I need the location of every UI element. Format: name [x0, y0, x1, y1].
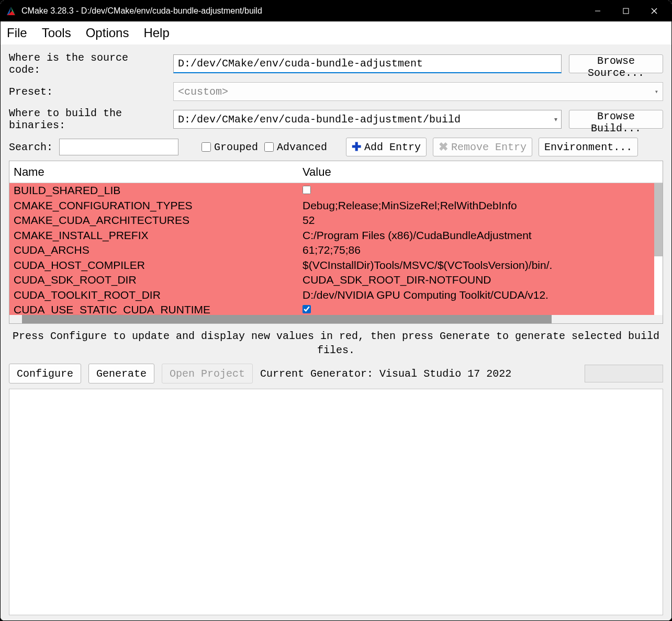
source-path-input[interactable]	[173, 54, 562, 73]
cache-variables-table: Name Value BUILD_SHARED_LIBCMAKE_CONFIGU…	[9, 161, 663, 324]
cache-entry-name: CMAKE_CUDA_ARCHITECTURES	[9, 214, 300, 227]
column-header-name[interactable]: Name	[9, 165, 300, 179]
open-project-button[interactable]: Open Project	[162, 364, 253, 383]
menu-file[interactable]: File	[7, 26, 27, 40]
environment-button[interactable]: Environment...	[539, 138, 638, 156]
menu-help[interactable]: Help	[143, 26, 169, 40]
window-title: CMake 3.28.3 - D:/dev/CMake/env/cuda-bun…	[21, 6, 584, 16]
cache-row[interactable]: CUDA_HOST_COMPILER$(VCInstallDir)Tools/M…	[9, 258, 654, 273]
cache-entry-value[interactable]: C:/Program Files (x86)/CudaBundleAdjustm…	[300, 229, 654, 242]
cache-row[interactable]: CUDA_ARCHS61;72;75;86	[9, 243, 654, 258]
cache-row[interactable]: CMAKE_CUDA_ARCHITECTURES52	[9, 213, 654, 228]
output-log[interactable]	[9, 389, 663, 615]
source-label: Where is the source code:	[9, 52, 166, 76]
cache-entry-value[interactable]: 61;72;75;86	[300, 244, 654, 256]
generate-button[interactable]: Generate	[88, 364, 154, 383]
cmake-icon	[6, 6, 16, 16]
menubar: File Tools Options Help	[1, 21, 671, 44]
advanced-check-input[interactable]	[264, 142, 274, 152]
cache-row[interactable]: CUDA_USE_STATIC_CUDA_RUNTIME	[9, 302, 654, 315]
x-icon: ✖	[439, 140, 448, 154]
minimize-button[interactable]	[584, 1, 612, 21]
horizontal-scrollbar-track[interactable]	[9, 315, 663, 323]
browse-source-button[interactable]: Browse Source...	[569, 54, 663, 73]
cache-entry-value[interactable]: Debug;Release;MinSizeRel;RelWithDebInfo	[300, 199, 654, 212]
cache-entry-value[interactable]: $(VCInstallDir)Tools/MSVC/$(VCToolsVersi…	[300, 259, 654, 272]
preset-value: <custom>	[178, 86, 228, 98]
grouped-checkbox[interactable]: Grouped	[201, 141, 258, 153]
app-window: CMake 3.28.3 - D:/dev/CMake/env/cuda-bun…	[0, 0, 672, 621]
cache-row[interactable]: CMAKE_INSTALL_PREFIXC:/Program Files (x8…	[9, 228, 654, 243]
titlebar[interactable]: CMake 3.28.3 - D:/dev/CMake/env/cuda-bun…	[1, 1, 671, 21]
cache-entry-name: BUILD_SHARED_LIB	[9, 184, 300, 197]
cache-row[interactable]: CUDA_TOOLKIT_ROOT_DIRD:/dev/NVIDIA GPU C…	[9, 288, 654, 303]
horizontal-scrollbar-thumb[interactable]	[22, 315, 552, 323]
build-path-input[interactable]	[173, 110, 562, 129]
cache-entry-name: CUDA_TOOLKIT_ROOT_DIR	[9, 289, 300, 301]
cache-entry-name: CUDA_USE_STATIC_CUDA_RUNTIME	[9, 303, 300, 315]
content-area: Where is the source code: Browse Source.…	[1, 44, 671, 620]
cache-entry-value[interactable]: D:/dev/NVIDIA GPU Computing Toolkit/CUDA…	[300, 289, 654, 301]
cache-header: Name Value	[9, 161, 663, 183]
column-header-value[interactable]: Value	[300, 165, 663, 179]
grouped-label: Grouped	[214, 141, 258, 153]
cache-entry-name: CMAKE_CONFIGURATION_TYPES	[9, 199, 300, 212]
progress-bar	[585, 365, 663, 382]
cache-row[interactable]: CUDA_SDK_ROOT_DIRCUDA_SDK_ROOT_DIR-NOTFO…	[9, 273, 654, 288]
cache-entry-checkbox[interactable]	[303, 305, 311, 313]
build-label: Where to build the binaries:	[9, 107, 166, 131]
hint-text: Press Configure to update and display ne…	[9, 324, 663, 364]
svg-rect-4	[623, 8, 629, 14]
advanced-checkbox[interactable]: Advanced	[264, 141, 327, 153]
current-generator-label: Current Generator: Visual Studio 17 2022	[260, 368, 511, 380]
vertical-scrollbar[interactable]	[654, 183, 663, 256]
cache-entry-value[interactable]: 52	[300, 214, 654, 227]
cache-row[interactable]: BUILD_SHARED_LIB	[9, 183, 654, 198]
maximize-button[interactable]	[612, 1, 640, 21]
search-label: Search:	[9, 141, 53, 153]
cache-body: BUILD_SHARED_LIBCMAKE_CONFIGURATION_TYPE…	[9, 183, 663, 315]
advanced-label: Advanced	[277, 141, 327, 153]
remove-entry-button[interactable]: ✖ Remove Entry	[433, 138, 532, 156]
cache-entry-name: CUDA_ARCHS	[9, 244, 300, 256]
grouped-check-input[interactable]	[201, 142, 211, 152]
chevron-down-icon: ▾	[655, 88, 658, 96]
menu-options[interactable]: Options	[86, 26, 129, 40]
configure-button[interactable]: Configure	[9, 364, 81, 383]
plus-icon: ✚	[352, 140, 361, 154]
add-entry-label: Add Entry	[364, 141, 421, 153]
cache-entry-value[interactable]	[300, 303, 654, 315]
menu-tools[interactable]: Tools	[42, 26, 71, 40]
cache-entry-checkbox[interactable]	[303, 186, 311, 194]
browse-build-button[interactable]: Browse Build...	[569, 110, 663, 129]
search-input[interactable]	[59, 139, 178, 155]
cache-entry-name: CUDA_SDK_ROOT_DIR	[9, 274, 300, 286]
remove-entry-label: Remove Entry	[451, 141, 527, 153]
add-entry-button[interactable]: ✚ Add Entry	[346, 138, 427, 156]
cache-row[interactable]: CMAKE_CONFIGURATION_TYPESDebug;Release;M…	[9, 198, 654, 213]
preset-combo[interactable]: <custom> ▾	[173, 82, 663, 101]
cache-entry-value[interactable]: CUDA_SDK_ROOT_DIR-NOTFOUND	[300, 274, 654, 286]
cache-entry-value[interactable]	[300, 184, 654, 197]
preset-label: Preset:	[9, 86, 166, 98]
cache-entry-name: CMAKE_INSTALL_PREFIX	[9, 229, 300, 242]
cache-entry-name: CUDA_HOST_COMPILER	[9, 259, 300, 272]
close-button[interactable]	[640, 1, 668, 21]
